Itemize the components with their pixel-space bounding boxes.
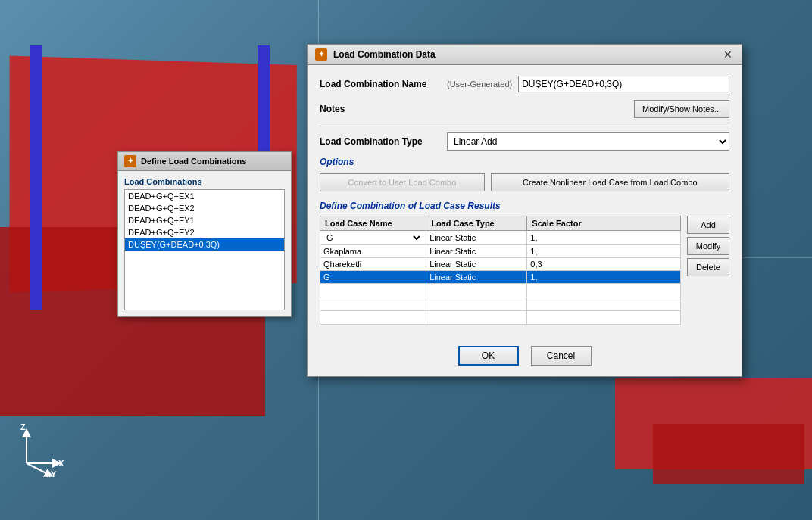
table-row-empty — [320, 311, 681, 325]
modify-show-notes-button[interactable]: Modify/Show Notes... — [634, 100, 729, 118]
type-select[interactable]: Linear AddEnvelopeAbsolute AddSRSS — [447, 132, 729, 151]
convert-to-user-button[interactable]: Convert to User Load Combo — [320, 173, 485, 191]
notes-row: Notes Modify/Show Notes... — [320, 100, 729, 118]
scale-cell: 1, — [527, 245, 681, 258]
list-item[interactable]: DEAD+G+Q+EY1 — [125, 214, 284, 226]
type-cell: Linear Static — [426, 271, 527, 284]
name-cell: G — [320, 271, 426, 284]
svg-text:Y: Y — [51, 469, 57, 478]
svg-text:X: X — [58, 459, 64, 468]
axes-indicator: X Z Y — [11, 418, 72, 478]
type-row: Load Combination Type Linear AddEnvelope… — [320, 132, 729, 151]
notes-label: Notes — [320, 104, 441, 114]
create-nonlinear-button[interactable]: Create Nonlinear Load Case from Load Com… — [491, 173, 729, 191]
name-row: Load Combination Name (User-Generated) — [320, 76, 729, 92]
load-combination-data-dialog: ✦ Load Combination Data ✕ Load Combinati… — [307, 44, 742, 377]
scale-cell: 1, — [527, 271, 681, 284]
add-button[interactable]: Add — [687, 216, 729, 234]
define-combo-section-label: Define Combination of Load Case Results — [320, 201, 729, 211]
table-row: GGkaplamaQhareketliDEADLinear Static — [320, 231, 681, 245]
modify-button[interactable]: Modify — [687, 237, 729, 255]
dialog-footer: OK Cancel — [308, 338, 742, 376]
list-item[interactable]: DÜŞEY(G+DEAD+0,3Q) — [125, 238, 284, 251]
table-row[interactable]: QhareketliLinear Static0,3 — [320, 258, 681, 271]
main-dialog-title-bar: ✦ Load Combination Data ✕ — [308, 45, 742, 65]
name-cell: Qhareketli — [320, 258, 426, 271]
define-dialog-body: Load Combinations DEAD+G+Q+EX1DEAD+G+Q+E… — [118, 171, 291, 316]
name-input[interactable] — [518, 76, 729, 92]
blue-line-1 — [30, 45, 42, 310]
define-dialog-title: ✦ Define Load Combinations — [118, 152, 291, 171]
red-block-r2 — [653, 424, 804, 484]
side-buttons: Add Modify Delete — [687, 216, 729, 276]
name-label: Load Combination Name — [320, 79, 441, 89]
svg-text:Z: Z — [20, 422, 26, 431]
list-item[interactable]: DEAD+G+Q+EX2 — [125, 202, 284, 214]
close-button[interactable]: ✕ — [722, 48, 734, 61]
load-combinations-list[interactable]: DEAD+G+Q+EX1DEAD+G+Q+EX2DEAD+G+Q+EY1DEAD… — [124, 189, 285, 310]
type-cell: Linear Static — [426, 258, 527, 271]
table-row-empty — [320, 297, 681, 311]
main-dialog-title-text: Load Combination Data — [333, 49, 436, 60]
table-row[interactable]: GLinear Static1, — [320, 271, 681, 284]
scale-cell: 0,3 — [527, 258, 681, 271]
type-cell: Linear Static — [426, 245, 527, 258]
svg-line-2 — [27, 463, 49, 475]
main-dialog-body: Load Combination Name (User-Generated) N… — [308, 65, 742, 338]
define-dialog-icon: ✦ — [124, 155, 136, 167]
table-header-row: Load Case Name Load Case Type Scale Fact… — [320, 216, 681, 231]
main-dialog-title-left: ✦ Load Combination Data — [315, 48, 436, 61]
options-label: Options — [320, 157, 729, 167]
col-header-name: Load Case Name — [320, 216, 426, 231]
col-header-scale: Scale Factor — [527, 216, 681, 231]
table-container: Load Case Name Load Case Type Scale Fact… — [320, 216, 729, 328]
load-combinations-section-label: Load Combinations — [124, 177, 285, 186]
delete-button[interactable]: Delete — [687, 258, 729, 276]
type-cell: Linear Static — [426, 231, 527, 245]
divider-1 — [320, 126, 729, 126]
options-row: Convert to User Load Combo Create Nonlin… — [320, 173, 729, 191]
table-row-empty — [320, 284, 681, 297]
ok-button[interactable]: OK — [458, 346, 519, 366]
define-load-combinations-dialog: ✦ Define Load Combinations Load Combinat… — [117, 151, 292, 317]
list-item[interactable]: DEAD+G+Q+EX1 — [125, 190, 284, 202]
name-sublabel: (User-Generated) — [447, 79, 512, 89]
cancel-button[interactable]: Cancel — [531, 346, 592, 366]
load-case-table: Load Case Name Load Case Type Scale Fact… — [320, 216, 681, 325]
table-row[interactable]: GkaplamaLinear Static1, — [320, 245, 681, 258]
col-header-type: Load Case Type — [426, 216, 527, 231]
define-dialog-title-text: Define Load Combinations — [141, 157, 246, 166]
load-case-select[interactable]: GGkaplamaQhareketliDEAD — [323, 232, 423, 243]
list-item[interactable]: DEAD+G+Q+EY2 — [125, 226, 284, 238]
main-dialog-icon: ✦ — [315, 48, 327, 61]
table-wrapper: Load Case Name Load Case Type Scale Fact… — [320, 216, 681, 328]
name-cell: Gkaplama — [320, 245, 426, 258]
type-label: Load Combination Type — [320, 136, 441, 147]
scale-cell[interactable] — [527, 231, 681, 245]
name-cell[interactable]: GGkaplamaQhareketliDEAD — [320, 231, 426, 245]
